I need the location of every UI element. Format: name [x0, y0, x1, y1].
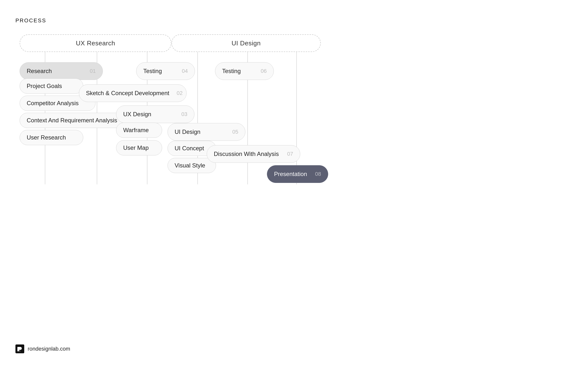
chip-testing04-label: Testing	[143, 68, 162, 75]
page-title: PROCESS	[15, 17, 46, 24]
chip-presentation[interactable]: Presentation 08	[267, 165, 328, 183]
chip-sketch-num: 02	[169, 90, 182, 96]
chip-discussion-label: Discussion With Analysis	[214, 151, 279, 157]
chip-warframe-label: Warframe	[123, 127, 149, 134]
chip-presentation-label: Presentation	[274, 171, 307, 178]
chip-competitor-analysis-label: Competitor Analysis	[27, 100, 79, 107]
chip-context-label: Context And Requirement Analysis	[27, 117, 117, 124]
chip-research[interactable]: Research 01	[20, 62, 103, 80]
chip-warframe[interactable]: Warframe	[116, 123, 162, 138]
chip-ui-design-05[interactable]: UI Design 05	[168, 123, 245, 141]
logo-icon	[15, 344, 24, 353]
category-ui-label: UI Design	[232, 39, 261, 47]
chip-context-requirement[interactable]: Context And Requirement Analysis	[20, 113, 130, 128]
chip-user-map[interactable]: User Map	[116, 140, 162, 155]
chip-usermap-label: User Map	[123, 144, 149, 151]
chip-uxdesign-label: UX Design	[123, 111, 151, 118]
chip-ux-design[interactable]: UX Design 03	[116, 105, 194, 123]
footer-url: rondesignlab.com	[28, 346, 70, 352]
chip-user-research-label: User Research	[27, 134, 66, 141]
chip-testing04-num: 04	[175, 68, 188, 74]
chip-sketch-concept[interactable]: Sketch & Concept Development 02	[79, 84, 187, 102]
category-ux-label: UX Research	[76, 39, 115, 47]
chip-research-num: 01	[83, 68, 96, 74]
category-ux-research: UX Research	[20, 34, 171, 52]
chip-uxdesign-num: 03	[174, 111, 187, 117]
chip-project-goals-label: Project Goals	[27, 83, 62, 89]
chip-testing06-label: Testing	[222, 68, 241, 75]
chip-testing-06[interactable]: Testing 06	[215, 62, 274, 80]
chip-presentation-num: 08	[308, 171, 321, 177]
footer: rondesignlab.com	[15, 344, 70, 353]
chip-research-label: Research	[27, 68, 52, 75]
chip-project-goals[interactable]: Project Goals	[20, 78, 83, 94]
chip-uiconcept-label: UI Concept	[175, 145, 204, 152]
chip-visual-style[interactable]: Visual Style	[168, 158, 216, 173]
chip-discussion-analysis[interactable]: Discussion With Analysis 07	[207, 145, 300, 163]
chip-uidesign-num: 05	[225, 129, 238, 135]
chip-testing06-num: 06	[253, 68, 267, 74]
chip-testing-04[interactable]: Testing 04	[136, 62, 195, 80]
chip-discussion-num: 07	[280, 151, 293, 157]
chip-uidesign-label: UI Design	[175, 128, 200, 135]
chip-user-research[interactable]: User Research	[20, 130, 83, 145]
connector-line-far-right	[296, 52, 297, 184]
category-ui-design: UI Design	[171, 34, 321, 52]
chip-visualstyle-label: Visual Style	[175, 162, 205, 169]
chip-sketch-label: Sketch & Concept Development	[86, 90, 169, 97]
